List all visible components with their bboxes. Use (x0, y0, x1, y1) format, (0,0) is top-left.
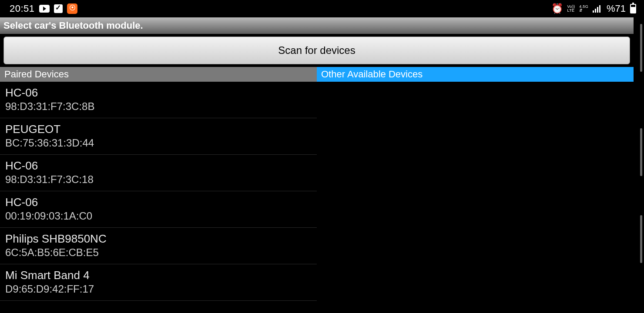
device-mac: 00:19:09:03:1A:C0 (5, 210, 312, 222)
svg-rect-2 (597, 7, 598, 13)
device-lists: HC-0698:D3:31:F7:3C:8BPEUGEOTBC:75:36:31… (0, 82, 634, 313)
status-bar: 20:51 ⏰ Vo))LTE 4.5G⇵ %71 (0, 0, 644, 17)
page-title: Select car's Bluetooth module. (3, 20, 143, 31)
device-name: HC-06 (5, 86, 312, 100)
battery-percent: %71 (607, 3, 626, 14)
svg-rect-1 (595, 9, 596, 13)
edge-gesture-indicators (635, 0, 642, 313)
device-item[interactable]: HC-0698:D3:31:F7:3C:8B (0, 82, 317, 118)
device-name: Mi Smart Band 4 (5, 269, 312, 282)
paired-devices-header: Paired Devices (0, 67, 317, 82)
page-title-bar: Select car's Bluetooth module. (0, 17, 634, 34)
device-mac: 98:D3:31:F7:3C:18 (5, 173, 312, 186)
paired-devices-list[interactable]: HC-0698:D3:31:F7:3C:8BPEUGEOTBC:75:36:31… (0, 82, 317, 313)
alarm-icon: ⏰ (551, 3, 563, 14)
svg-rect-0 (593, 10, 594, 13)
network-type-indicator: 4.5G⇵ (579, 5, 588, 13)
device-mac: 6C:5A:B5:6E:CB:E5 (5, 246, 312, 259)
device-item[interactable]: PEUGEOTBC:75:36:31:3D:44 (0, 118, 317, 155)
device-item[interactable]: HC-0600:19:09:03:1A:C0 (0, 191, 317, 228)
scan-for-devices-button[interactable]: Scan for devices (3, 37, 630, 64)
app-notification-icon (67, 3, 77, 14)
scan-button-container: Scan for devices (0, 34, 634, 67)
other-devices-list[interactable] (317, 82, 634, 313)
youtube-icon (39, 5, 50, 13)
device-item[interactable]: Philips SHB9850NC6C:5A:B5:6E:CB:E5 (0, 228, 317, 264)
device-mac: D9:65:D9:42:FF:17 (5, 283, 312, 295)
section-headers: Paired Devices Other Available Devices (0, 67, 634, 82)
battery-icon (630, 4, 636, 13)
other-devices-header: Other Available Devices (317, 67, 634, 82)
device-item[interactable]: Mi Smart Band 4D9:65:D9:42:FF:17 (0, 264, 317, 301)
volte-indicator: Vo))LTE (567, 5, 575, 13)
scan-button-label: Scan for devices (278, 44, 355, 57)
device-item[interactable]: HC-0698:D3:31:F7:3C:18 (0, 155, 317, 191)
device-name: Philips SHB9850NC (5, 232, 312, 246)
device-name: PEUGEOT (5, 123, 312, 136)
device-name: HC-06 (5, 196, 312, 209)
download-complete-icon (54, 4, 63, 13)
status-clock: 20:51 (10, 3, 35, 14)
device-mac: 98:D3:31:F7:3C:8B (5, 100, 312, 113)
device-name: HC-06 (5, 159, 312, 173)
signal-icon (593, 5, 602, 13)
device-mac: BC:75:36:31:3D:44 (5, 137, 312, 149)
svg-rect-3 (599, 5, 600, 13)
